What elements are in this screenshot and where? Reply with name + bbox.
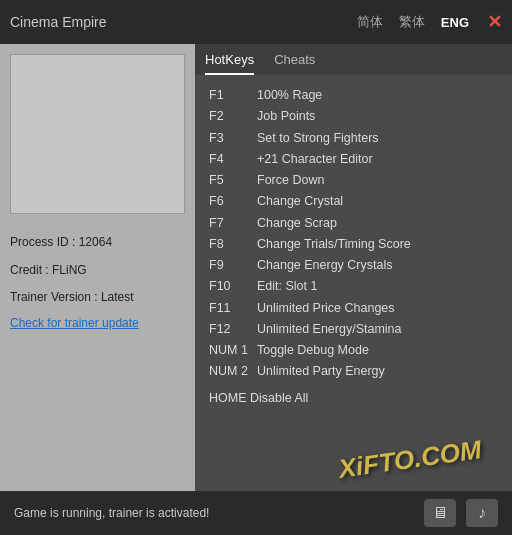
status-icons: 🖥 ♪: [424, 499, 498, 527]
hotkey-desc: Force Down: [257, 170, 324, 191]
update-link[interactable]: Check for trainer update: [10, 316, 139, 330]
hotkey-row: F5Force Down: [209, 170, 498, 191]
hotkey-row: F1100% Rage: [209, 85, 498, 106]
sidebar: Process ID : 12064 Credit : FLiNG Traine…: [0, 44, 195, 491]
hotkey-desc: Edit: Slot 1: [257, 276, 317, 297]
status-bar: Game is running, trainer is activated! 🖥…: [0, 491, 512, 535]
app-title: Cinema Empire: [10, 14, 106, 30]
hotkey-row: NUM 2Unlimited Party Energy: [209, 361, 498, 382]
hotkey-row: F4+21 Character Editor: [209, 149, 498, 170]
home-desc: Disable All: [250, 391, 308, 405]
tabs: HotKeys Cheats: [195, 44, 512, 75]
hotkey-key: NUM 2: [209, 361, 251, 382]
monitor-icon[interactable]: 🖥: [424, 499, 456, 527]
hotkey-key: F4: [209, 149, 251, 170]
hotkey-key: F8: [209, 234, 251, 255]
hotkey-row: F11Unlimited Price Changes: [209, 298, 498, 319]
hotkey-key: NUM 1: [209, 340, 251, 361]
process-id: Process ID : 12064: [10, 232, 185, 254]
hotkey-desc: Unlimited Price Changes: [257, 298, 395, 319]
hotkey-row: F2Job Points: [209, 106, 498, 127]
sidebar-info: Process ID : 12064 Credit : FLiNG Traine…: [10, 232, 185, 334]
lang-simplified[interactable]: 简体: [353, 11, 387, 33]
game-image: [10, 54, 185, 214]
hotkey-row: NUM 1Toggle Debug Mode: [209, 340, 498, 361]
music-icon[interactable]: ♪: [466, 499, 498, 527]
tab-hotkeys[interactable]: HotKeys: [205, 52, 254, 75]
hotkey-key: F1: [209, 85, 251, 106]
status-text: Game is running, trainer is activated!: [14, 506, 209, 520]
hotkey-row: F10Edit: Slot 1: [209, 276, 498, 297]
hotkey-desc: Unlimited Energy/Stamina: [257, 319, 402, 340]
hotkey-key: F7: [209, 213, 251, 234]
hotkey-desc: 100% Rage: [257, 85, 322, 106]
tab-cheats[interactable]: Cheats: [274, 52, 315, 75]
hotkey-desc: Change Energy Crystals: [257, 255, 392, 276]
hotkey-desc: Unlimited Party Energy: [257, 361, 385, 382]
hotkey-desc: Change Crystal: [257, 191, 343, 212]
lang-english[interactable]: ENG: [437, 13, 473, 32]
hotkey-desc: +21 Character Editor: [257, 149, 373, 170]
hotkey-row: F9Change Energy Crystals: [209, 255, 498, 276]
home-key-row: HOME Disable All: [209, 391, 498, 405]
main-area: Process ID : 12064 Credit : FLiNG Traine…: [0, 44, 512, 491]
hotkey-desc: Change Scrap: [257, 213, 337, 234]
lang-traditional[interactable]: 繁体: [395, 11, 429, 33]
hotkey-key: F12: [209, 319, 251, 340]
hotkey-desc: Job Points: [257, 106, 315, 127]
hotkey-key: F9: [209, 255, 251, 276]
close-button[interactable]: ✕: [487, 11, 502, 33]
hotkey-desc: Toggle Debug Mode: [257, 340, 369, 361]
credit-label: Credit : FLiNG: [10, 260, 185, 282]
hotkey-key: F10: [209, 276, 251, 297]
hotkey-row: F8Change Trials/Timing Score: [209, 234, 498, 255]
language-buttons: 简体 繁体 ENG ✕: [353, 11, 502, 33]
trainer-version: Trainer Version : Latest: [10, 287, 185, 309]
hotkey-desc: Change Trials/Timing Score: [257, 234, 411, 255]
hotkeys-content: F1100% RageF2Job PointsF3Set to Strong F…: [195, 75, 512, 491]
hotkey-row: F12Unlimited Energy/Stamina: [209, 319, 498, 340]
hotkey-key: F6: [209, 191, 251, 212]
hotkey-key: F2: [209, 106, 251, 127]
title-bar: Cinema Empire 简体 繁体 ENG ✕: [0, 0, 512, 44]
hotkey-key: F5: [209, 170, 251, 191]
hotkey-row: F6Change Crystal: [209, 191, 498, 212]
hotkey-key: F11: [209, 298, 251, 319]
home-key: HOME: [209, 391, 247, 405]
content-area: HotKeys Cheats F1100% RageF2Job PointsF3…: [195, 44, 512, 491]
hotkey-key: F3: [209, 128, 251, 149]
hotkey-row: F7Change Scrap: [209, 213, 498, 234]
hotkey-desc: Set to Strong Fighters: [257, 128, 379, 149]
hotkey-row: F3Set to Strong Fighters: [209, 128, 498, 149]
